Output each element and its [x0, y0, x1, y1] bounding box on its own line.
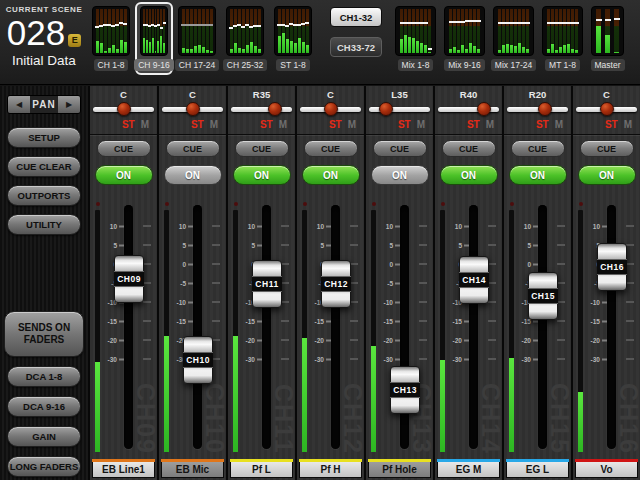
- meter-bar: [306, 9, 309, 53]
- on-button[interactable]: ON: [440, 165, 498, 185]
- sidebar-button-setup[interactable]: SETUP: [7, 127, 81, 148]
- fader-cap[interactable]: CH16: [597, 243, 627, 291]
- fader-track[interactable]: [331, 205, 340, 449]
- channel-name-tag[interactable]: EB Line1: [92, 462, 155, 478]
- channel-name-tag[interactable]: EG M: [437, 462, 500, 478]
- channel-name-tag[interactable]: EB Mic: [161, 462, 224, 478]
- pan-slider[interactable]: [231, 102, 292, 117]
- fader-scale-tick: [488, 263, 496, 265]
- cue-button[interactable]: CUE: [166, 140, 220, 157]
- cue-button[interactable]: CUE: [373, 140, 427, 157]
- pan-knob[interactable]: [379, 102, 393, 116]
- cue-button[interactable]: CUE: [304, 140, 358, 157]
- channel-name-wrap: Pf H: [299, 459, 362, 478]
- pan-slider[interactable]: [93, 102, 154, 117]
- meter-block-ch-25-32[interactable]: CH 25-32: [226, 6, 264, 75]
- pan-prev-arrow-icon[interactable]: ◀: [8, 95, 30, 114]
- meter-bar: [146, 9, 148, 53]
- cue-button[interactable]: CUE: [511, 140, 565, 157]
- sidebar-button-outports[interactable]: OUTPORTS: [7, 185, 81, 206]
- strip-divider: [435, 134, 502, 135]
- sidebar-button-cue-clear[interactable]: CUE CLEAR: [7, 156, 81, 177]
- fader-track[interactable]: [193, 205, 202, 449]
- meter-fill: [124, 42, 127, 53]
- sidebar-button-long-faders[interactable]: LONG FADERS: [7, 456, 81, 477]
- on-button[interactable]: ON: [371, 165, 429, 185]
- pan-mode-nav: ◀ PAN ▶: [7, 95, 81, 114]
- meter-block-ch-17-24[interactable]: CH 17-24: [178, 6, 216, 75]
- bank-button-ch1-32[interactable]: CH1-32: [330, 7, 382, 27]
- sends-on-faders-button[interactable]: SENDS ON FADERS: [4, 311, 84, 357]
- pan-slider[interactable]: [507, 102, 568, 117]
- bank-button-ch33-72[interactable]: CH33-72: [330, 37, 382, 57]
- on-button[interactable]: ON: [95, 165, 153, 185]
- on-button[interactable]: ON: [164, 165, 222, 185]
- pan-slider[interactable]: [162, 102, 223, 117]
- sidebar-button-utility[interactable]: UTILITY: [7, 214, 81, 235]
- pan-slider[interactable]: [300, 102, 361, 117]
- fader-track[interactable]: [124, 205, 133, 449]
- stereo-assign-indicator: ST: [191, 119, 204, 130]
- fader-cap[interactable]: CH15: [528, 272, 558, 320]
- meter-fill: [510, 45, 513, 53]
- meter-bar: [461, 9, 464, 53]
- channel-name-tag[interactable]: Pf L: [230, 462, 293, 478]
- meter-block-mix-17-24[interactable]: Mix 17-24: [493, 6, 534, 71]
- pan-value-label: R20: [504, 89, 571, 100]
- fader-cap[interactable]: CH09: [114, 255, 144, 303]
- meter-block-ch-1-8[interactable]: CH 1-8: [92, 6, 130, 75]
- fader-cap[interactable]: CH10: [183, 336, 213, 384]
- cue-button[interactable]: CUE: [580, 140, 634, 157]
- sidebar-button-dca-9-16[interactable]: DCA 9-16: [7, 396, 81, 417]
- cue-button[interactable]: CUE: [97, 140, 151, 157]
- cue-button[interactable]: CUE: [442, 140, 496, 157]
- meter-block-label: CH 25-32: [223, 59, 267, 71]
- on-button[interactable]: ON: [578, 165, 636, 185]
- on-button[interactable]: ON: [233, 165, 291, 185]
- level-meter-fill: [164, 336, 169, 452]
- cue-button[interactable]: CUE: [235, 140, 289, 157]
- pan-knob[interactable]: [186, 102, 200, 116]
- meter-block-mt-1-8[interactable]: MT 1-8: [542, 6, 583, 71]
- fader-track[interactable]: [262, 205, 271, 449]
- pan-slider[interactable]: [369, 102, 430, 117]
- on-button[interactable]: ON: [302, 165, 360, 185]
- fader-cap[interactable]: CH11: [252, 260, 282, 308]
- pan-slider[interactable]: [438, 102, 499, 117]
- meter-fill: [202, 47, 205, 53]
- on-button[interactable]: ON: [509, 165, 567, 185]
- fader-track[interactable]: [538, 205, 547, 449]
- pan-knob[interactable]: [600, 102, 614, 116]
- pan-slider[interactable]: [576, 102, 637, 117]
- pan-knob[interactable]: [538, 102, 552, 116]
- meter-block-mix-1-8[interactable]: Mix 1-8: [395, 6, 436, 71]
- channel-name-tag[interactable]: Pf Hole: [368, 462, 431, 478]
- meter-bar: [286, 9, 289, 53]
- meter-bridge-right: Mix 1-8Mix 9-16Mix 17-24MT 1-8Master: [395, 0, 624, 71]
- fader-track[interactable]: [607, 205, 616, 449]
- meter-block-mix-9-16[interactable]: Mix 9-16: [444, 6, 485, 71]
- fader-track[interactable]: [469, 205, 478, 449]
- pan-knob[interactable]: [117, 102, 131, 116]
- fader-scale-tick: [488, 339, 496, 341]
- pan-knob[interactable]: [477, 102, 491, 116]
- pan-next-arrow-icon[interactable]: ▶: [58, 95, 80, 114]
- meter-block-master[interactable]: Master: [591, 6, 624, 71]
- fader-cap[interactable]: CH12: [321, 260, 351, 308]
- scene-panel[interactable]: CURRENT SCENE 028 E Initial Data: [0, 0, 88, 68]
- meter-block-st-1-8[interactable]: ST 1-8: [274, 6, 312, 75]
- meter-bar: [605, 9, 610, 53]
- fader-cap[interactable]: CH14: [459, 256, 489, 304]
- pan-knob[interactable]: [268, 102, 282, 116]
- fader-cap[interactable]: CH13: [390, 366, 420, 414]
- channel-name-tag[interactable]: EG L: [506, 462, 569, 478]
- channel-name-tag[interactable]: Vo: [575, 462, 638, 478]
- meter-block-ch-9-16[interactable]: CH 9-16: [135, 2, 173, 75]
- pan-knob[interactable]: [324, 102, 338, 116]
- meter-bar: [278, 9, 281, 53]
- meter-fill: [522, 47, 525, 53]
- sidebar-button-dca-1-8[interactable]: DCA 1-8: [7, 366, 81, 387]
- channel-name-tag[interactable]: Pf H: [299, 462, 362, 478]
- channel-name-wrap: EG L: [506, 459, 569, 478]
- sidebar-button-gain[interactable]: GAIN: [7, 426, 81, 447]
